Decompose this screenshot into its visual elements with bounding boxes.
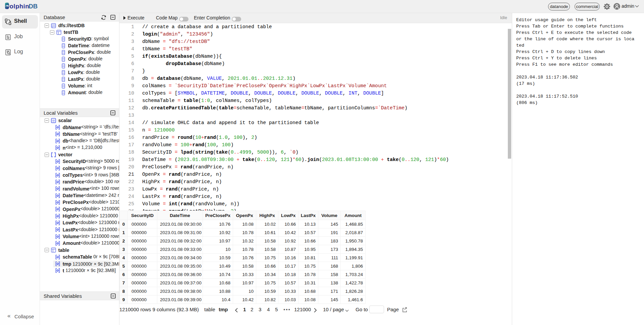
svg-text:olphin: olphin: [10, 3, 29, 9]
svg-text:DB: DB: [29, 3, 38, 9]
